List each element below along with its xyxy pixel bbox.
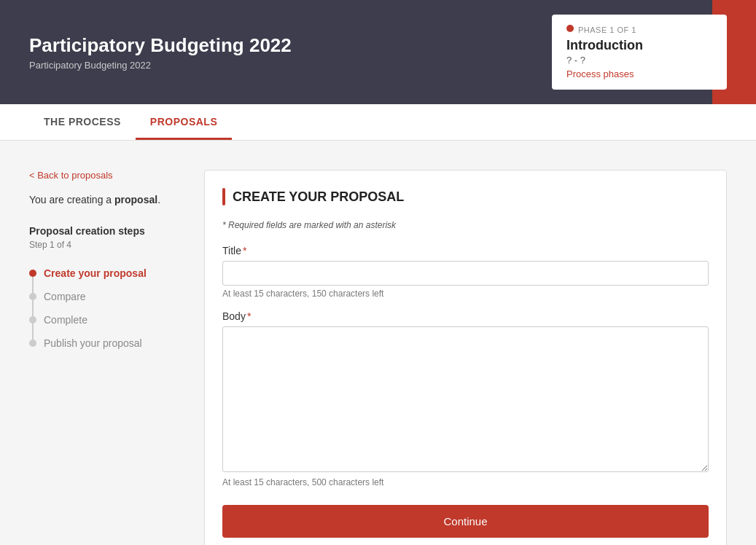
- form-section-title: CREATE YOUR PROPOSAL: [222, 188, 709, 205]
- title-label: Title*: [222, 245, 709, 256]
- form-area: CREATE YOUR PROPOSAL * Required fields a…: [204, 170, 727, 545]
- steps-subtitle: Step 1 of 4: [29, 240, 175, 250]
- back-to-proposals-link[interactable]: < Back to proposals: [29, 170, 175, 181]
- step-complete: Complete: [29, 308, 175, 332]
- step-label-compare: Compare: [44, 291, 86, 302]
- form-title-text: CREATE YOUR PROPOSAL: [233, 189, 404, 205]
- title-required-star: *: [243, 245, 246, 256]
- step-label-publish: Publish your proposal: [44, 337, 142, 349]
- step-publish: Publish your proposal: [29, 332, 175, 355]
- body-field-group: Body* At least 15 characters, 500 charac…: [222, 310, 709, 487]
- phase-dates: ? - ?: [566, 55, 712, 66]
- body-hint: At least 15 characters, 500 characters l…: [222, 477, 709, 487]
- app-title: Participatory Budgeting 2022: [29, 34, 292, 57]
- creating-text-bold: proposal: [114, 194, 157, 205]
- body-label: Body*: [222, 310, 709, 322]
- creating-text: You are creating a proposal.: [29, 192, 175, 208]
- header-branding: Participatory Budgeting 2022 Participato…: [29, 34, 292, 71]
- proposal-form-card: CREATE YOUR PROPOSAL * Required fields a…: [204, 170, 727, 545]
- phase-link[interactable]: Process phases: [566, 68, 634, 79]
- body-textarea[interactable]: [222, 326, 709, 472]
- step-label-create: Create your proposal: [44, 267, 147, 279]
- sidebar: < Back to proposals You are creating a p…: [29, 170, 175, 545]
- required-note: * Required fields are marked with an ast…: [222, 220, 709, 230]
- step-create-proposal: Create your proposal: [29, 262, 175, 285]
- step-compare: Compare: [29, 285, 175, 308]
- phase-card: PHASE 1 OF 1 Introduction ? - ? Process …: [552, 15, 727, 90]
- step-label-complete: Complete: [44, 314, 87, 326]
- step-dot-complete: [29, 316, 36, 324]
- phase-name: Introduction: [566, 38, 712, 53]
- body-required-star: *: [247, 310, 251, 322]
- phase-label: PHASE 1 OF 1: [578, 26, 636, 34]
- title-field-group: Title* At least 15 characters, 150 chara…: [222, 245, 709, 299]
- creating-text-prefix: You are creating a: [29, 194, 114, 205]
- title-hint: At least 15 characters, 150 characters l…: [222, 289, 709, 299]
- tab-the-process[interactable]: THE PROCESS: [29, 104, 136, 140]
- page-header: Participatory Budgeting 2022 Participato…: [0, 0, 756, 104]
- steps-title: Proposal creation steps: [29, 225, 175, 237]
- main-content: < Back to proposals You are creating a p…: [0, 141, 756, 545]
- title-input[interactable]: [222, 261, 709, 286]
- continue-button[interactable]: Continue: [222, 505, 709, 538]
- tab-proposals[interactable]: PROPOSALS: [136, 104, 232, 140]
- step-dot-publish: [29, 340, 36, 347]
- steps-container: Create your proposal Compare Complete Pu…: [29, 262, 175, 355]
- app-subtitle: Participatory Budgeting 2022: [29, 60, 292, 71]
- step-dot-create: [29, 270, 36, 277]
- nav-tabs: THE PROCESS PROPOSALS: [0, 104, 756, 141]
- creating-text-suffix: .: [157, 194, 160, 205]
- phase-dot-icon: [566, 25, 574, 32]
- step-dot-compare: [29, 293, 36, 300]
